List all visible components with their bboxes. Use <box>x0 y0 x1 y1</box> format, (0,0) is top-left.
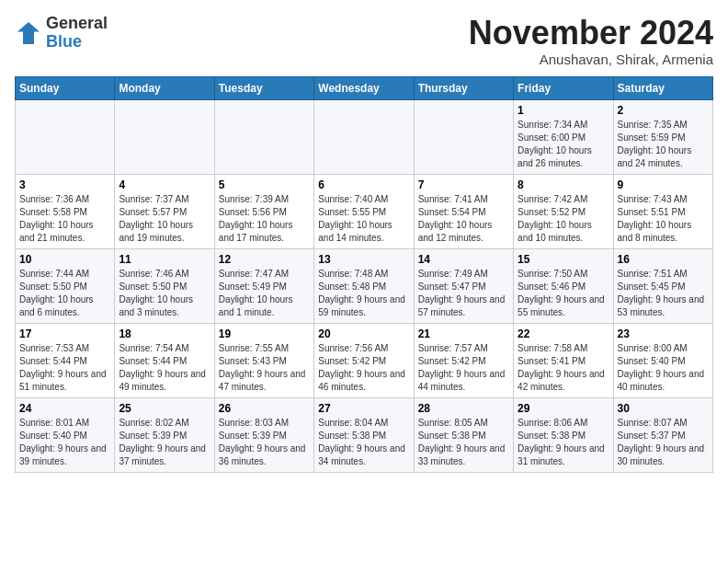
day-number: 27 <box>318 402 409 415</box>
calendar-week-row: 1Sunrise: 7:34 AMSunset: 6:00 PMDaylight… <box>16 99 713 174</box>
day-number: 5 <box>219 178 310 191</box>
day-info: Sunrise: 7:35 AMSunset: 5:59 PMDaylight:… <box>618 119 709 170</box>
calendar-cell: 19Sunrise: 7:55 AMSunset: 5:43 PMDayligh… <box>214 323 313 397</box>
day-info: Sunrise: 7:44 AMSunset: 5:50 PMDaylight:… <box>19 268 110 319</box>
day-info: Sunrise: 7:51 AMSunset: 5:45 PMDaylight:… <box>618 268 709 319</box>
day-info: Sunrise: 7:54 AMSunset: 5:44 PMDaylight:… <box>119 342 210 394</box>
day-number: 1 <box>518 104 609 117</box>
page-header: General Blue November 2024 Anushavan, Sh… <box>15 15 713 67</box>
calendar-cell: 15Sunrise: 7:50 AMSunset: 5:46 PMDayligh… <box>514 248 613 323</box>
calendar-cell: 12Sunrise: 7:47 AMSunset: 5:49 PMDayligh… <box>214 248 313 323</box>
calendar-cell: 23Sunrise: 8:00 AMSunset: 5:40 PMDayligh… <box>613 323 712 397</box>
header-day: Friday <box>514 76 613 99</box>
calendar-cell: 20Sunrise: 7:56 AMSunset: 5:42 PMDayligh… <box>314 323 414 397</box>
calendar-cell: 14Sunrise: 7:49 AMSunset: 5:47 PMDayligh… <box>414 248 513 323</box>
day-info: Sunrise: 7:46 AMSunset: 5:50 PMDaylight:… <box>119 268 210 319</box>
header-day: Saturday <box>613 76 712 99</box>
day-info: Sunrise: 7:53 AMSunset: 5:44 PMDaylight:… <box>19 342 110 394</box>
calendar-cell: 13Sunrise: 7:48 AMSunset: 5:48 PMDayligh… <box>314 248 414 323</box>
calendar-cell: 28Sunrise: 8:05 AMSunset: 5:38 PMDayligh… <box>414 397 513 472</box>
day-info: Sunrise: 7:55 AMSunset: 5:43 PMDaylight:… <box>219 342 310 394</box>
calendar-cell: 22Sunrise: 7:58 AMSunset: 5:41 PMDayligh… <box>514 323 613 397</box>
day-number: 4 <box>119 178 210 191</box>
header-day: Thursday <box>414 76 513 99</box>
day-info: Sunrise: 8:02 AMSunset: 5:39 PMDaylight:… <box>119 417 210 468</box>
calendar-table: SundayMondayTuesdayWednesdayThursdayFrid… <box>15 76 713 473</box>
day-number: 6 <box>318 178 409 191</box>
calendar-cell <box>115 99 214 174</box>
day-number: 30 <box>618 402 709 415</box>
calendar-cell: 3Sunrise: 7:36 AMSunset: 5:58 PMDaylight… <box>16 174 115 248</box>
logo: General Blue <box>15 15 108 52</box>
calendar-cell: 24Sunrise: 8:01 AMSunset: 5:40 PMDayligh… <box>16 397 115 472</box>
day-info: Sunrise: 7:41 AMSunset: 5:54 PMDaylight:… <box>418 193 509 245</box>
calendar-cell: 5Sunrise: 7:39 AMSunset: 5:56 PMDaylight… <box>214 174 313 248</box>
header-row: SundayMondayTuesdayWednesdayThursdayFrid… <box>16 76 713 99</box>
day-number: 17 <box>19 327 110 340</box>
calendar-cell: 26Sunrise: 8:03 AMSunset: 5:39 PMDayligh… <box>214 397 313 472</box>
calendar-week-row: 3Sunrise: 7:36 AMSunset: 5:58 PMDaylight… <box>16 174 713 248</box>
day-info: Sunrise: 7:34 AMSunset: 6:00 PMDaylight:… <box>518 119 609 170</box>
calendar-cell: 21Sunrise: 7:57 AMSunset: 5:42 PMDayligh… <box>414 323 513 397</box>
svg-marker-0 <box>17 22 40 44</box>
calendar-cell: 7Sunrise: 7:41 AMSunset: 5:54 PMDaylight… <box>414 174 513 248</box>
header-day: Wednesday <box>314 76 414 99</box>
day-number: 21 <box>418 327 509 340</box>
calendar-cell: 1Sunrise: 7:34 AMSunset: 6:00 PMDaylight… <box>514 99 613 174</box>
day-info: Sunrise: 7:58 AMSunset: 5:41 PMDaylight:… <box>518 342 609 394</box>
logo-icon <box>15 19 42 47</box>
calendar-cell: 2Sunrise: 7:35 AMSunset: 5:59 PMDaylight… <box>613 99 712 174</box>
calendar-cell: 8Sunrise: 7:42 AMSunset: 5:52 PMDaylight… <box>514 174 613 248</box>
month-title: November 2024 <box>469 15 713 52</box>
day-number: 29 <box>518 402 609 415</box>
day-info: Sunrise: 7:50 AMSunset: 5:46 PMDaylight:… <box>518 268 609 319</box>
calendar-cell: 17Sunrise: 7:53 AMSunset: 5:44 PMDayligh… <box>16 323 115 397</box>
day-number: 25 <box>119 402 210 415</box>
day-number: 23 <box>618 327 709 340</box>
day-number: 18 <box>119 327 210 340</box>
header-day: Monday <box>115 76 214 99</box>
day-info: Sunrise: 7:40 AMSunset: 5:55 PMDaylight:… <box>318 193 409 245</box>
logo-general: General <box>46 14 108 32</box>
calendar-cell: 25Sunrise: 8:02 AMSunset: 5:39 PMDayligh… <box>115 397 214 472</box>
calendar-week-row: 10Sunrise: 7:44 AMSunset: 5:50 PMDayligh… <box>16 248 713 323</box>
day-info: Sunrise: 8:06 AMSunset: 5:38 PMDaylight:… <box>518 417 609 468</box>
day-info: Sunrise: 7:49 AMSunset: 5:47 PMDaylight:… <box>418 268 509 319</box>
day-number: 20 <box>318 327 409 340</box>
calendar-cell <box>16 99 115 174</box>
day-number: 9 <box>618 178 709 191</box>
day-number: 22 <box>518 327 609 340</box>
header-day: Sunday <box>16 76 115 99</box>
calendar-cell: 18Sunrise: 7:54 AMSunset: 5:44 PMDayligh… <box>115 323 214 397</box>
calendar-cell <box>414 99 513 174</box>
calendar-cell: 11Sunrise: 7:46 AMSunset: 5:50 PMDayligh… <box>115 248 214 323</box>
day-number: 2 <box>618 104 709 117</box>
day-info: Sunrise: 7:43 AMSunset: 5:51 PMDaylight:… <box>618 193 709 245</box>
day-info: Sunrise: 7:47 AMSunset: 5:49 PMDaylight:… <box>219 268 310 319</box>
calendar-cell: 30Sunrise: 8:07 AMSunset: 5:37 PMDayligh… <box>613 397 712 472</box>
calendar-body: 1Sunrise: 7:34 AMSunset: 6:00 PMDaylight… <box>16 99 713 472</box>
day-number: 28 <box>418 402 509 415</box>
day-info: Sunrise: 7:37 AMSunset: 5:57 PMDaylight:… <box>119 193 210 245</box>
calendar-cell: 29Sunrise: 8:06 AMSunset: 5:38 PMDayligh… <box>514 397 613 472</box>
header-day: Tuesday <box>214 76 313 99</box>
day-info: Sunrise: 8:05 AMSunset: 5:38 PMDaylight:… <box>418 417 509 468</box>
day-info: Sunrise: 8:03 AMSunset: 5:39 PMDaylight:… <box>219 417 310 468</box>
day-info: Sunrise: 7:48 AMSunset: 5:48 PMDaylight:… <box>318 268 409 319</box>
day-number: 19 <box>219 327 310 340</box>
day-number: 10 <box>19 253 110 266</box>
day-number: 26 <box>219 402 310 415</box>
logo-blue: Blue <box>46 32 82 51</box>
day-number: 16 <box>618 253 709 266</box>
day-number: 7 <box>418 178 509 191</box>
calendar-cell <box>214 99 313 174</box>
day-number: 3 <box>19 178 110 191</box>
logo-text: General Blue <box>46 15 108 52</box>
day-number: 8 <box>518 178 609 191</box>
calendar-week-row: 24Sunrise: 8:01 AMSunset: 5:40 PMDayligh… <box>16 397 713 472</box>
calendar-cell: 4Sunrise: 7:37 AMSunset: 5:57 PMDaylight… <box>115 174 214 248</box>
calendar-cell: 27Sunrise: 8:04 AMSunset: 5:38 PMDayligh… <box>314 397 414 472</box>
day-info: Sunrise: 7:42 AMSunset: 5:52 PMDaylight:… <box>518 193 609 245</box>
day-number: 13 <box>318 253 409 266</box>
calendar-cell: 16Sunrise: 7:51 AMSunset: 5:45 PMDayligh… <box>613 248 712 323</box>
